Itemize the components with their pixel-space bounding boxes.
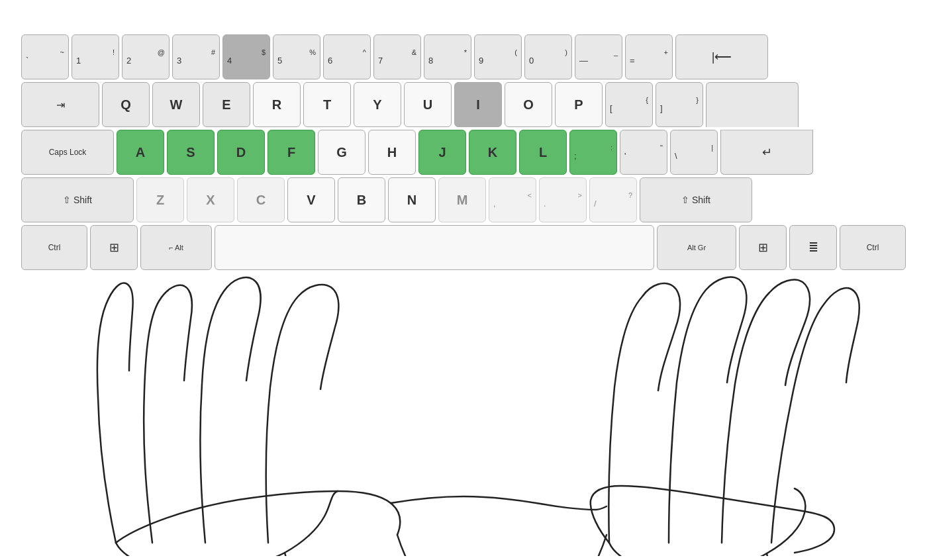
key-t[interactable]: T: [303, 82, 351, 127]
key-o[interactable]: O: [505, 82, 552, 127]
key-minus[interactable]: _ —: [575, 34, 622, 79]
key-c[interactable]: C: [237, 177, 285, 222]
key-lbracket[interactable]: { [: [605, 82, 653, 127]
key-ctrl-right[interactable]: Ctrl: [840, 225, 906, 270]
key-v[interactable]: V: [287, 177, 335, 222]
capslock-label: Caps Lock: [46, 148, 89, 157]
keyboard-scene: ~ ` ! 1 @ 2 # 3 $ 4 % 5: [0, 0, 927, 560]
bottom-row: Ctrl ⊞ ⌐ Alt Alt Gr ⊞ ≣ Ctrl: [21, 225, 906, 270]
key-b[interactable]: B: [338, 177, 385, 222]
key-9[interactable]: ( 9: [474, 34, 522, 79]
qwerty-row: ⇥ Q W E R T Y U I: [21, 82, 906, 127]
key-s[interactable]: S: [167, 130, 215, 175]
key-space[interactable]: [215, 225, 654, 270]
key-7[interactable]: & 7: [373, 34, 421, 79]
key-menu[interactable]: ≣: [789, 225, 837, 270]
key-u[interactable]: U: [404, 82, 452, 127]
key-slash[interactable]: ? /: [589, 177, 637, 222]
key-tab[interactable]: ⇥: [21, 82, 99, 127]
key-a[interactable]: A: [117, 130, 164, 175]
key-m[interactable]: M: [438, 177, 486, 222]
key-enter-bottom[interactable]: ↵: [720, 130, 813, 175]
key-win-left[interactable]: ⊞: [90, 225, 138, 270]
key-z[interactable]: Z: [136, 177, 184, 222]
key-i[interactable]: I: [454, 82, 502, 127]
key-e[interactable]: E: [203, 82, 250, 127]
key-alt[interactable]: ⌐ Alt: [140, 225, 212, 270]
key-y[interactable]: Y: [354, 82, 401, 127]
key-2[interactable]: @ 2: [122, 34, 170, 79]
key-4[interactable]: $ 4: [222, 34, 270, 79]
key-x[interactable]: X: [187, 177, 234, 222]
key-enter-top[interactable]: [706, 82, 799, 127]
key-r[interactable]: R: [253, 82, 301, 127]
key-backspace[interactable]: |⟵: [675, 34, 768, 79]
key-h[interactable]: H: [368, 130, 416, 175]
key-w[interactable]: W: [152, 82, 200, 127]
key-shift-left[interactable]: ⇧ Shift: [21, 177, 134, 222]
key-f[interactable]: F: [268, 130, 315, 175]
key-semicolon[interactable]: : ;: [569, 130, 617, 175]
key-l[interactable]: L: [519, 130, 567, 175]
home-row: Caps Lock A S D F G H J: [21, 130, 906, 175]
key-shift-right[interactable]: ⇧ Shift: [640, 177, 752, 222]
key-ctrl-left[interactable]: Ctrl: [21, 225, 87, 270]
key-quote[interactable]: " ': [620, 130, 667, 175]
key-g[interactable]: G: [318, 130, 366, 175]
key-j[interactable]: J: [418, 130, 466, 175]
key-comma[interactable]: < ,: [489, 177, 536, 222]
number-row: ~ ` ! 1 @ 2 # 3 $ 4 % 5: [21, 34, 906, 79]
key-q[interactable]: Q: [102, 82, 150, 127]
key-k[interactable]: K: [469, 130, 516, 175]
key-3[interactable]: # 3: [172, 34, 220, 79]
key-6[interactable]: ^ 6: [323, 34, 371, 79]
key-period[interactable]: > .: [539, 177, 587, 222]
key-equal[interactable]: + =: [625, 34, 673, 79]
key-d[interactable]: D: [217, 130, 265, 175]
key-win-right[interactable]: ⊞: [739, 225, 787, 270]
key-altgr[interactable]: Alt Gr: [657, 225, 736, 270]
keyboard: ~ ` ! 1 @ 2 # 3 $ 4 % 5: [21, 34, 906, 270]
key-tilde[interactable]: ~ `: [21, 34, 69, 79]
key-backslash[interactable]: | \: [670, 130, 718, 175]
key-0[interactable]: ) 0: [524, 34, 572, 79]
key-1[interactable]: ! 1: [72, 34, 119, 79]
key-8[interactable]: * 8: [424, 34, 471, 79]
key-n[interactable]: N: [388, 177, 436, 222]
shift-row: ⇧ Shift Z X C V B N M <: [21, 177, 906, 222]
key-p[interactable]: P: [555, 82, 603, 127]
key-rbracket[interactable]: } ]: [656, 82, 703, 127]
key-capslock[interactable]: Caps Lock: [21, 130, 114, 175]
key-5[interactable]: % 5: [273, 34, 320, 79]
